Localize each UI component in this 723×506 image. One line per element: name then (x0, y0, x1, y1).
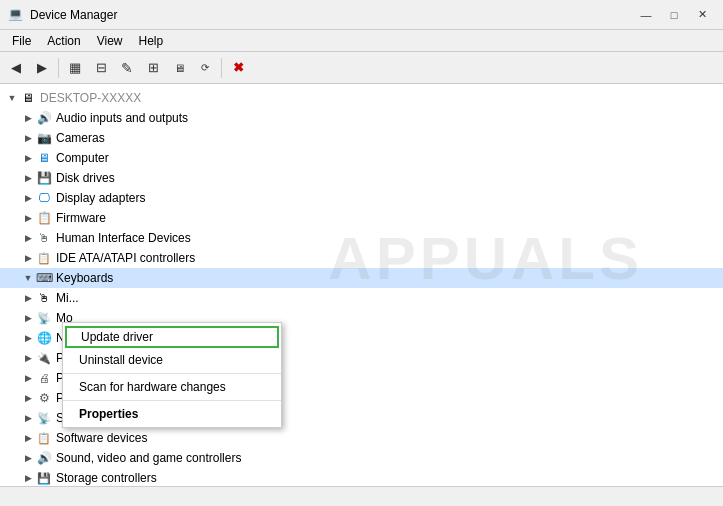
expand-processors[interactable]: ▶ (20, 390, 36, 406)
menu-action[interactable]: Action (39, 30, 88, 51)
proc-icon: ⚙ (36, 390, 52, 406)
maximize-button[interactable]: □ (661, 5, 687, 25)
toolbar-separator-2 (221, 58, 222, 78)
tree-item-firmware[interactable]: ▶ 📋 Firmware (0, 208, 723, 228)
expand-sensors[interactable]: ▶ (20, 410, 36, 426)
expand-firmware[interactable]: ▶ (20, 210, 36, 226)
menu-file[interactable]: File (4, 30, 39, 51)
display-label: Display adapters (56, 191, 145, 205)
device-tree[interactable]: APPUALS ▼ 🖥 DESKTOP-XXXXX ▶ 🔊 Audio inpu… (0, 84, 723, 506)
display-icon: 🖵 (36, 190, 52, 206)
mice-label: Mi... (56, 291, 79, 305)
tree-item-mice[interactable]: ▶ 🖱 Mi... (0, 288, 723, 308)
ide-icon: 📋 (36, 250, 52, 266)
tree-item-display[interactable]: ▶ 🖵 Display adapters (0, 188, 723, 208)
window-title: Device Manager (30, 8, 117, 22)
window-controls: — □ ✕ (633, 5, 715, 25)
expand-display[interactable]: ▶ (20, 190, 36, 206)
tree-item-disk[interactable]: ▶ 💾 Disk drives (0, 168, 723, 188)
tree-item-storage[interactable]: ▶ 💾 Storage controllers (0, 468, 723, 488)
title-bar: 💻 Device Manager — □ ✕ (0, 0, 723, 30)
tree-item-cameras[interactable]: ▶ 📷 Cameras (0, 128, 723, 148)
root-label: DESKTOP-XXXXX (40, 91, 141, 105)
back-button[interactable]: ◀ (4, 56, 28, 80)
expand-sound[interactable]: ▶ (20, 450, 36, 466)
disk-label: Disk drives (56, 171, 115, 185)
add-button[interactable]: ⊞ (141, 56, 165, 80)
expand-cameras[interactable]: ▶ (20, 130, 36, 146)
toolbar-separator-1 (58, 58, 59, 78)
disk-icon: 💾 (36, 170, 52, 186)
expand-print[interactable]: ▶ (20, 370, 36, 386)
status-bar (0, 486, 723, 506)
tree-item-audio[interactable]: ▶ 🔊 Audio inputs and outputs (0, 108, 723, 128)
properties-button[interactable]: ▦ (63, 56, 87, 80)
expand-keyboards[interactable]: ▼ (20, 270, 36, 286)
expand-ide[interactable]: ▶ (20, 250, 36, 266)
ctx-scan-changes[interactable]: Scan for hardware changes (63, 376, 281, 398)
menu-view[interactable]: View (89, 30, 131, 51)
expand-audio[interactable]: ▶ (20, 110, 36, 126)
tree-item-keyboards[interactable]: ▼ ⌨ Keyboards (0, 268, 723, 288)
tree-item-software[interactable]: ▶ 📋 Software devices (0, 428, 723, 448)
hid-icon: 🖱 (36, 230, 52, 246)
audio-icon: 🔊 (36, 110, 52, 126)
toolbar: ◀ ▶ ▦ ⊟ ✎ ⊞ 🖥 ⟳ ✖ (0, 52, 723, 84)
sound-label: Sound, video and game controllers (56, 451, 241, 465)
ide-label: IDE ATA/ATAPI controllers (56, 251, 195, 265)
tree-item-ide[interactable]: ▶ 📋 IDE ATA/ATAPI controllers (0, 248, 723, 268)
view-button[interactable]: ⊟ (89, 56, 113, 80)
scan-button[interactable]: ⟳ (193, 56, 217, 80)
firmware-icon: 📋 (36, 210, 52, 226)
delete-button[interactable]: ✖ (226, 56, 250, 80)
ctx-uninstall-device[interactable]: Uninstall device (63, 349, 281, 371)
sound-icon: 🔊 (36, 450, 52, 466)
keyboards-label: Keyboards (56, 271, 113, 285)
firmware-label: Firmware (56, 211, 106, 225)
computer-label: Computer (56, 151, 109, 165)
ctx-update-driver[interactable]: Update driver (65, 326, 279, 348)
print-icon: 🖨 (36, 370, 52, 386)
forward-button[interactable]: ▶ (30, 56, 54, 80)
computer-icon2: 🖥 (36, 150, 52, 166)
ctx-separator-2 (63, 400, 281, 401)
keyboard-icon: ⌨ (36, 270, 52, 286)
modem-icon: 📡 (36, 310, 52, 326)
context-menu: Update driver Uninstall device Scan for … (62, 322, 282, 428)
expand-root[interactable]: ▼ (4, 90, 20, 106)
ports-icon: 🔌 (36, 350, 52, 366)
tree-item-hid[interactable]: ▶ 🖱 Human Interface Devices (0, 228, 723, 248)
close-button[interactable]: ✕ (689, 5, 715, 25)
tree-root[interactable]: ▼ 🖥 DESKTOP-XXXXX (0, 88, 723, 108)
app-icon: 💻 (8, 7, 24, 23)
camera-icon: 📷 (36, 130, 52, 146)
expand-ports[interactable]: ▶ (20, 350, 36, 366)
sensor-icon: 📡 (36, 410, 52, 426)
edit-button[interactable]: ✎ (115, 56, 139, 80)
storage-label: Storage controllers (56, 471, 157, 485)
expand-software[interactable]: ▶ (20, 430, 36, 446)
expand-hid[interactable]: ▶ (20, 230, 36, 246)
network-icon: 🌐 (36, 330, 52, 346)
hid-label: Human Interface Devices (56, 231, 191, 245)
tree-item-sound[interactable]: ▶ 🔊 Sound, video and game controllers (0, 448, 723, 468)
mice-icon: 🖱 (36, 290, 52, 306)
software-label: Software devices (56, 431, 147, 445)
ctx-properties[interactable]: Properties (63, 403, 281, 425)
expand-storage[interactable]: ▶ (20, 470, 36, 486)
menu-bar: File Action View Help (0, 30, 723, 52)
expand-computer[interactable]: ▶ (20, 150, 36, 166)
tree-item-computer[interactable]: ▶ 🖥 Computer (0, 148, 723, 168)
display-button[interactable]: 🖥 (167, 56, 191, 80)
expand-network[interactable]: ▶ (20, 330, 36, 346)
expand-mice[interactable]: ▶ (20, 290, 36, 306)
expand-modems[interactable]: ▶ (20, 310, 36, 326)
minimize-button[interactable]: — (633, 5, 659, 25)
menu-help[interactable]: Help (131, 30, 172, 51)
storage-icon: 💾 (36, 470, 52, 486)
computer-icon: 🖥 (20, 90, 36, 106)
cameras-label: Cameras (56, 131, 105, 145)
ctx-separator (63, 373, 281, 374)
software-icon: 📋 (36, 430, 52, 446)
expand-disk[interactable]: ▶ (20, 170, 36, 186)
